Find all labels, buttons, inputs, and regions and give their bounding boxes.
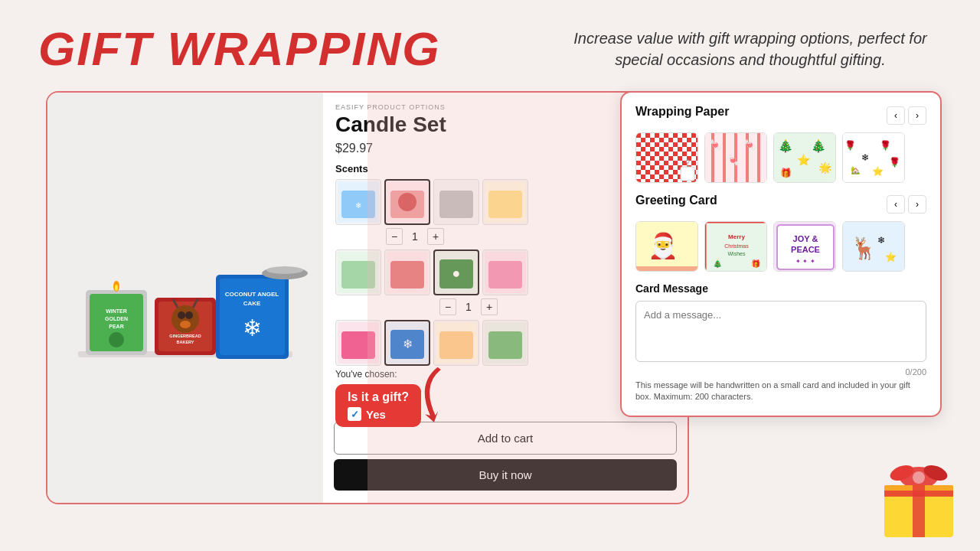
svg-text:PEAR: PEAR xyxy=(109,324,123,329)
svg-point-14 xyxy=(180,321,191,328)
greeting-card-next[interactable]: › xyxy=(908,195,926,214)
svg-text:🌹: 🌹 xyxy=(889,156,900,168)
qty-value-1: 1 xyxy=(407,230,423,243)
greeting-card-prev[interactable]: ‹ xyxy=(887,195,905,214)
scent-thumb-7[interactable]: ● xyxy=(433,249,479,295)
svg-text:✦ ✦ ✦: ✦ ✦ ✦ xyxy=(795,258,815,265)
svg-rect-53 xyxy=(488,331,522,359)
svg-text:❄: ❄ xyxy=(877,235,885,246)
svg-text:🎅: 🎅 xyxy=(648,231,678,260)
greeting-card-2[interactable]: Merry Christmas Wishes 🎄 🎁 xyxy=(704,221,767,272)
svg-point-31 xyxy=(398,193,416,211)
svg-text:CAKE: CAKE xyxy=(243,300,261,307)
svg-rect-37 xyxy=(341,261,375,289)
svg-text:🎄: 🎄 xyxy=(778,139,793,153)
scent-thumb-12[interactable] xyxy=(482,320,528,366)
scent-thumb-3[interactable] xyxy=(433,179,479,225)
svg-text:🍬: 🍬 xyxy=(709,139,723,152)
greeting-card-section: Greeting Card ‹ › xyxy=(635,194,926,215)
svg-text:COCONUT ANGEL: COCONUT ANGEL xyxy=(225,291,279,298)
gift-yes-row: ✓ Yes xyxy=(348,407,409,421)
svg-text:⭐: ⭐ xyxy=(885,251,897,262)
svg-text:❄: ❄ xyxy=(861,152,869,163)
page-title: GIFT WRAPPING xyxy=(38,21,440,76)
svg-text:GINGERBREAD: GINGERBREAD xyxy=(169,334,201,338)
svg-rect-51 xyxy=(439,331,473,359)
scent-thumb-5[interactable] xyxy=(335,249,381,295)
svg-text:🎁: 🎁 xyxy=(751,259,761,269)
greeting-card-4[interactable]: 🦌 ❄ ⭐ xyxy=(842,221,905,272)
svg-text:🌹: 🌹 xyxy=(880,139,891,151)
scent-thumb-11[interactable] xyxy=(433,320,479,366)
svg-text:❄: ❄ xyxy=(243,315,262,341)
gift-question: Is it a gift? xyxy=(348,390,409,404)
svg-rect-46 xyxy=(341,331,375,359)
svg-text:⭐: ⭐ xyxy=(797,154,811,167)
gift-yes-label: Yes xyxy=(366,408,386,421)
svg-text:🎄: 🎄 xyxy=(811,139,826,153)
scent-thumb-10[interactable]: ❄ xyxy=(384,320,430,366)
greeting-card-1[interactable]: 🎅 xyxy=(635,221,698,272)
wrapping-paper-prev[interactable]: ‹ xyxy=(887,106,905,125)
svg-text:⭐: ⭐ xyxy=(872,165,884,177)
product-image-area: WINTER GOLDEN PEAR GINGERBREAD BAKERY xyxy=(47,93,323,503)
svg-text:🏡: 🏡 xyxy=(851,165,861,175)
svg-text:Christmas: Christmas xyxy=(724,243,749,249)
svg-point-13 xyxy=(185,311,193,319)
svg-text:Merry: Merry xyxy=(728,233,745,240)
qty-increase-1[interactable]: + xyxy=(427,228,444,245)
qty-decrease-2[interactable]: − xyxy=(439,298,456,315)
scent-thumb-4[interactable] xyxy=(482,179,528,225)
buy-now-button[interactable]: Buy it now xyxy=(334,459,677,491)
svg-rect-60 xyxy=(681,167,694,181)
scent-thumb-1[interactable]: ❄ xyxy=(335,179,381,225)
svg-rect-87 xyxy=(636,266,698,272)
svg-rect-111 xyxy=(884,491,953,497)
scent-thumb-6[interactable] xyxy=(384,249,430,295)
wrapping-paper-4[interactable]: 🌹 ❄ 🌹 🏡 ⭐ 🌹 xyxy=(842,132,905,183)
card-message-textarea[interactable] xyxy=(635,301,926,362)
svg-text:🎁: 🎁 xyxy=(780,167,792,178)
greeting-card-nav: ‹ › xyxy=(887,195,926,214)
svg-point-8 xyxy=(115,285,118,291)
wrapping-paper-nav: ‹ › xyxy=(887,106,926,125)
svg-text:Wishes: Wishes xyxy=(728,251,746,256)
card-message-label: Card Message xyxy=(635,282,926,295)
svg-text:JOY &: JOY & xyxy=(793,234,818,243)
greeting-card-title: Greeting Card xyxy=(635,194,717,207)
wrapping-paper-section: Wrapping Paper ‹ › xyxy=(635,105,926,126)
svg-text:PEACE: PEACE xyxy=(791,245,820,254)
main-area: WINTER GOLDEN PEAR GINGERBREAD BAKERY xyxy=(46,91,934,504)
wrapping-paper-next[interactable]: › xyxy=(908,106,926,125)
svg-text:GOLDEN: GOLDEN xyxy=(105,316,128,321)
scent-thumb-8[interactable] xyxy=(482,249,528,295)
svg-rect-35 xyxy=(488,191,522,218)
svg-text:WINTER: WINTER xyxy=(106,308,127,314)
scent-thumb-2[interactable] xyxy=(384,179,430,225)
gift-decoration xyxy=(873,464,965,543)
svg-point-12 xyxy=(178,311,185,319)
svg-point-25 xyxy=(266,266,303,274)
svg-text:🌹: 🌹 xyxy=(844,139,856,151)
gift-wrapping-panel: Wrapping Paper ‹ › xyxy=(620,91,942,417)
product-card: WINTER GOLDEN PEAR GINGERBREAD BAKERY xyxy=(46,91,689,504)
svg-text:🍬: 🍬 xyxy=(743,139,757,152)
greeting-card-grid: 🎅 Merry Christmas Wishes 🎄 🎁 xyxy=(635,221,926,272)
wrapping-paper-3[interactable]: 🎄 ⭐ 🎄 🎁 🌟 xyxy=(773,132,836,183)
svg-text:🦌: 🦌 xyxy=(851,236,877,261)
wrapping-paper-2[interactable]: 🍬 🍬 🍬 xyxy=(704,132,767,183)
header-description: Increase value with gift wrapping option… xyxy=(567,28,934,70)
greeting-card-3[interactable]: JOY & PEACE ✦ ✦ ✦ xyxy=(773,221,836,272)
svg-text:🌟: 🌟 xyxy=(818,161,832,174)
char-count: 0/200 xyxy=(635,367,926,377)
svg-rect-33 xyxy=(439,191,473,218)
qty-decrease-1[interactable]: − xyxy=(386,228,403,245)
gift-checkmark: ✓ xyxy=(348,407,361,421)
svg-rect-44 xyxy=(488,261,522,289)
qty-increase-2[interactable]: + xyxy=(481,298,498,315)
svg-point-6 xyxy=(109,332,124,347)
header: GIFT WRAPPING Increase value with gift w… xyxy=(0,0,980,91)
qty-value-2: 1 xyxy=(461,301,476,313)
wrapping-paper-1[interactable] xyxy=(635,132,698,183)
scent-thumb-9[interactable] xyxy=(335,320,381,366)
